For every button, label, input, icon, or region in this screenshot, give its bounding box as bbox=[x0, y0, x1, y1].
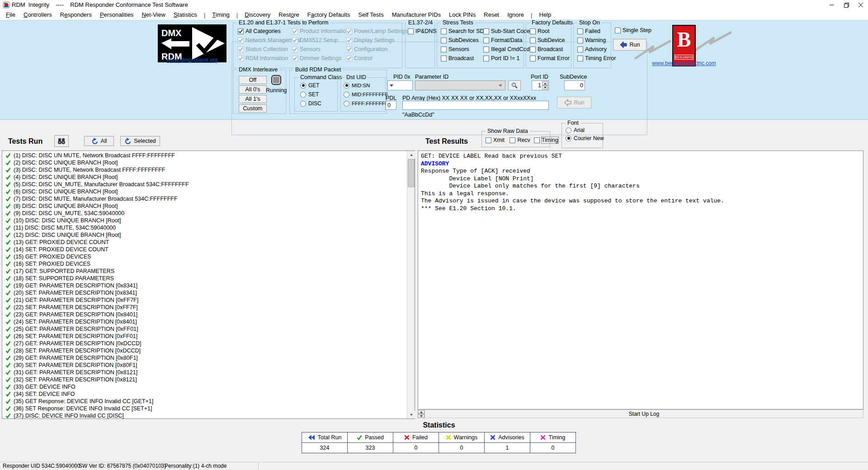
checkbox-root[interactable]: Root bbox=[530, 28, 549, 34]
checkbox-subdevice[interactable]: SubDevice bbox=[530, 37, 565, 43]
find-test-button[interactable] bbox=[54, 135, 69, 147]
menu-item-timing[interactable]: Timing bbox=[208, 10, 234, 20]
test-list-item[interactable]: (35) GET Response: DEVICE INFO Invalid C… bbox=[3, 398, 406, 405]
spin-down-icon[interactable] bbox=[418, 414, 425, 418]
test-results-output[interactable]: GET: DEVICE LABEL Read back previous SET… bbox=[418, 150, 863, 409]
test-list-item[interactable]: (26) SET: PARAMETER DESCRIPTION [0xFF01] bbox=[3, 333, 406, 340]
test-list-item[interactable]: (28) SET: PARAMETER DESCRIPTION [0xDCCD] bbox=[3, 347, 406, 354]
checkbox-xmit[interactable]: Xmit bbox=[486, 137, 505, 143]
single-step-checkbox[interactable]: Single Step bbox=[615, 27, 651, 33]
menu-item-restore[interactable]: Restore bbox=[274, 10, 303, 20]
test-list-item[interactable]: (7) DISC: DISC MUTE, Manufacturer Broadc… bbox=[3, 195, 406, 202]
checkbox-warning[interactable]: Warning bbox=[577, 37, 606, 43]
checkbox-recv[interactable]: Recv bbox=[509, 137, 530, 143]
menu-item-responders[interactable]: Responders bbox=[56, 10, 96, 20]
port-id-spinner[interactable]: 1 bbox=[532, 80, 549, 90]
radio-mid-sn[interactable]: MID:SN bbox=[344, 82, 370, 89]
checkbox-search-for-sds[interactable]: Search for SDs bbox=[441, 28, 487, 34]
run-selected-button[interactable]: Selected bbox=[120, 136, 160, 146]
checkbox-sub-start-code[interactable]: Sub-Start Code bbox=[483, 28, 530, 34]
menu-item-controllers[interactable]: Controllers bbox=[19, 10, 56, 20]
menu-item-ignore[interactable]: Ignore bbox=[503, 10, 528, 20]
button-custom[interactable]: Custom bbox=[239, 104, 267, 113]
spin-up-icon[interactable] bbox=[542, 81, 548, 85]
test-list-item[interactable]: (24) SET: PARAMETER DESCRIPTION [0x8401] bbox=[3, 318, 406, 325]
button-off[interactable]: Off bbox=[239, 76, 267, 84]
checkbox-format-error[interactable]: Format Error bbox=[530, 55, 570, 61]
checkbox-broadcast[interactable]: Broadcast bbox=[530, 46, 563, 52]
spin-up-icon[interactable] bbox=[418, 410, 425, 414]
test-list-item[interactable]: (37) DISC: DEVICE INFO Invalid CC [DISC] bbox=[3, 412, 406, 419]
button-all-1-s[interactable]: All 1's bbox=[239, 95, 267, 103]
test-list-item[interactable]: (12) DISC: DISC UNIQUE BRANCH [Root] bbox=[3, 231, 406, 239]
test-list-item[interactable]: (34) SET: DEVICE INFO bbox=[3, 390, 406, 398]
minimize-icon[interactable] bbox=[825, 0, 839, 10]
test-list-item[interactable]: (5) DISC: DISC UN_MUTE, Manufacturer Bro… bbox=[3, 181, 406, 188]
pd-array-input[interactable] bbox=[402, 101, 549, 110]
test-list-item[interactable]: (3) DISC: DISC MUTE, Network Broadcast F… bbox=[3, 166, 406, 174]
test-list-item[interactable]: (21) GET: PARAMETER DESCRIPTION [0xFF7F] bbox=[3, 296, 406, 304]
radio-set[interactable]: SET bbox=[300, 91, 319, 98]
radio-mid-ffffffff[interactable]: MID:FFFFFFFF bbox=[344, 91, 388, 98]
test-list-item[interactable]: (4) DISC: DISC UNIQUE BRANCH [Root] bbox=[3, 174, 406, 181]
test-list-item[interactable]: (13) GET: PROXIED DEVICE COUNT bbox=[3, 239, 406, 246]
test-list-item[interactable]: (9) DISC: DISC UN_MUTE, 534C:59040000 bbox=[3, 210, 406, 217]
spin-down-icon[interactable] bbox=[542, 85, 548, 89]
menu-item-net-view[interactable]: Net-View bbox=[137, 10, 170, 20]
parameter-search-button[interactable] bbox=[508, 80, 521, 90]
startup-log-bar[interactable]: Start Up Log bbox=[425, 409, 863, 418]
checkbox-format-data[interactable]: Format/Data bbox=[483, 37, 522, 43]
checkbox-illegal-cmdcode[interactable]: Illegal CmdCode bbox=[483, 46, 533, 52]
test-list-item[interactable]: (16) SET: PROXIED DEVICES bbox=[3, 260, 406, 268]
test-list-item[interactable]: (32) SET: PARAMETER DESCRIPTION [0x8121] bbox=[3, 376, 406, 383]
menu-item-lock-pins[interactable]: Lock PINs bbox=[445, 10, 480, 20]
test-list-item[interactable]: (18) SET: SUPPORTED PARAMETERS bbox=[3, 275, 406, 282]
subdevice-input[interactable]: 0 bbox=[564, 80, 585, 90]
radio-ffff-ffffffff[interactable]: FFFF:FFFFFFFF bbox=[344, 100, 392, 107]
radio-disc[interactable]: DISC bbox=[300, 100, 321, 107]
pid-combo[interactable] bbox=[387, 80, 413, 90]
test-list-item[interactable]: (2) DISC: DISC UNIQUE BRANCH [Root] bbox=[3, 159, 406, 166]
radio-get[interactable]: GET bbox=[300, 82, 320, 89]
test-list-item[interactable]: (29) GET: PARAMETER DESCRIPTION [0x80F1] bbox=[3, 354, 406, 362]
button-all-0-s[interactable]: All 0's bbox=[239, 85, 267, 94]
results-footer-spinner[interactable] bbox=[418, 410, 425, 418]
test-list-item[interactable]: (22) SET: PARAMETER DESCRIPTION [0xFF7F] bbox=[3, 304, 406, 311]
test-list-item[interactable]: (33) GET: DEVICE INFO bbox=[3, 383, 406, 390]
test-list-item[interactable]: (19) GET: PARAMETER DESCRIPTION [0x8341] bbox=[3, 282, 406, 289]
test-list-item[interactable]: (31) GET: PARAMETER DESCRIPTION [0x8121] bbox=[3, 369, 406, 376]
close-icon[interactable] bbox=[854, 0, 868, 10]
menu-item-reset[interactable]: Reset bbox=[480, 10, 503, 20]
menu-item-personalities[interactable]: Personalities bbox=[96, 10, 137, 20]
checkbox-sensors[interactable]: Sensors bbox=[441, 46, 469, 52]
test-list-item[interactable]: (6) DISC: DISC UNIQUE BRANCH [Root] bbox=[3, 188, 406, 195]
test-list-item[interactable]: (20) SET: PARAMETER DESCRIPTION [0x8341] bbox=[3, 289, 406, 296]
menu-item-discovery[interactable]: Discovery bbox=[241, 10, 274, 20]
checkbox-timing[interactable]: Timing bbox=[534, 137, 558, 143]
test-list-item[interactable]: (10) DISC: DISC UNIQUE BRANCH [Root] bbox=[3, 217, 406, 224]
menu-item-manufacturer-pids[interactable]: Manufacturer PIDs bbox=[388, 10, 445, 20]
scroll-up-icon[interactable] bbox=[407, 151, 415, 159]
checkbox-ip-dns[interactable]: IP&DNS bbox=[408, 28, 437, 34]
checkbox-timing-error[interactable]: Timing Error bbox=[577, 55, 616, 61]
menu-item-help[interactable]: Help bbox=[535, 10, 556, 20]
menu-item-file[interactable]: File bbox=[2, 10, 19, 20]
pdl-input[interactable]: 0 bbox=[386, 101, 396, 110]
checkbox-advisory[interactable]: Advisory bbox=[577, 46, 607, 52]
test-list-item[interactable]: (14) SET: PROXIED DEVICE COUNT bbox=[3, 246, 406, 253]
checkbox-broadcast[interactable]: Broadcast bbox=[441, 55, 474, 61]
checkbox-failed[interactable]: Failed bbox=[577, 28, 600, 34]
test-list-item[interactable]: (1) DISC: DISC UN MUTE, Network Broadcas… bbox=[3, 152, 406, 159]
scrollbar-thumb[interactable] bbox=[408, 159, 415, 187]
test-list-item[interactable]: (36) SET Response: DEVICE INFO Invalid C… bbox=[3, 405, 406, 412]
tests-list-scrollbar[interactable] bbox=[407, 151, 415, 418]
benjaminelectric-link[interactable]: www.benjaminelectric.com bbox=[650, 60, 718, 66]
rdmprotocol-link[interactable]: www.rdmprotocol.org bbox=[158, 57, 226, 63]
menu-item-self-tests[interactable]: Self Tests bbox=[354, 10, 388, 20]
port-id-spin-buttons[interactable] bbox=[542, 81, 548, 89]
test-list-item[interactable]: (15) GET: PROXIED DEVICES bbox=[3, 253, 406, 260]
test-list-item[interactable]: (23) GET: PARAMETER DESCRIPTION [0x8401] bbox=[3, 311, 406, 318]
restore-icon[interactable] bbox=[839, 0, 854, 10]
test-list-item[interactable]: (30) SET: PARAMETER DESCRIPTION [0x80F1] bbox=[3, 362, 406, 369]
test-list-item[interactable]: (25) GET: PARAMETER DESCRIPTION [0xFF01] bbox=[3, 325, 406, 333]
